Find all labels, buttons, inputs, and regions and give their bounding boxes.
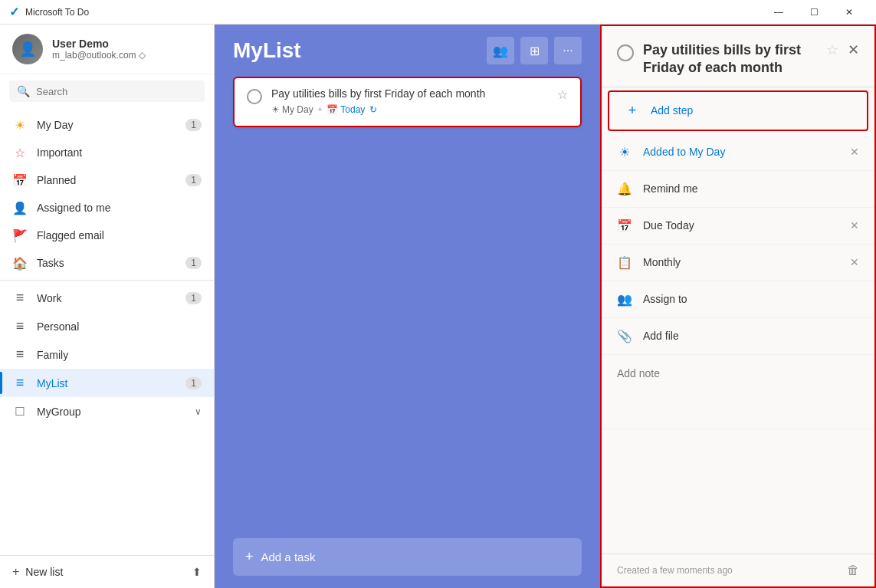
flagged-icon: 🚩: [12, 228, 28, 243]
task-list: Pay utilities bills by first Friday of e…: [215, 77, 600, 526]
sidebar-item-myday-label: My Day: [37, 119, 176, 131]
added-myday-action[interactable]: ☀ Added to My Day ✕: [602, 134, 874, 171]
due-today-label: Due Today: [643, 219, 839, 232]
sidebar-item-mylist-badge: 1: [185, 377, 202, 389]
myday-icon: ☀: [12, 118, 28, 133]
detail-task-checkbox[interactable]: [617, 44, 634, 61]
due-today-remove-button[interactable]: ✕: [850, 219, 859, 232]
add-file-action[interactable]: 📎 Add file: [602, 318, 874, 355]
search-box[interactable]: 🔍: [9, 80, 205, 102]
detail-actions: + Add step ☀ Added to My Day ✕ 🔔 Remind …: [602, 87, 874, 554]
main-content: MyList 👥 ⊞ ··· Pay utilities bills by fi…: [215, 25, 600, 588]
remind-me-label: Remind me: [643, 182, 859, 195]
sidebar-item-myday-badge: 1: [185, 119, 202, 131]
titlebar: ✓ Microsoft To Do — ☐ ✕: [0, 0, 876, 25]
task-star-icon[interactable]: ☆: [557, 87, 568, 102]
added-myday-label: Added to My Day: [643, 146, 839, 158]
detail-star-icon[interactable]: ☆: [826, 41, 838, 58]
new-list-icon: +: [12, 565, 19, 579]
main-toolbar: 👥 ⊞ ···: [487, 37, 582, 64]
delete-task-button[interactable]: 🗑: [847, 563, 859, 577]
add-task-icon: +: [245, 549, 254, 565]
task-checkbox[interactable]: [247, 89, 262, 104]
due-today-action[interactable]: 📅 Due Today ✕: [602, 208, 874, 245]
created-text: Created a few moments ago: [617, 565, 733, 576]
task-title: Pay utilities bills by first Friday of e…: [271, 87, 548, 100]
add-step-icon: +: [625, 103, 640, 119]
add-file-icon: 📎: [617, 329, 632, 343]
monthly-icon: 📋: [617, 255, 632, 270]
sidebar-item-mygroup-label: MyGroup: [37, 406, 185, 418]
avatar: 👤: [12, 34, 43, 64]
nav-divider: [0, 280, 214, 281]
maximize-button[interactable]: ☐: [796, 0, 832, 25]
dot-separator: •: [318, 103, 323, 117]
myday-meta: ☀ My Day: [271, 104, 313, 115]
monthly-remove-button[interactable]: ✕: [850, 256, 859, 268]
tasks-icon: 🏠: [12, 256, 28, 271]
active-indicator: [0, 372, 2, 394]
sidebar-item-work-label: Work: [37, 292, 176, 304]
added-myday-remove-button[interactable]: ✕: [850, 146, 859, 158]
sidebar-item-tasks[interactable]: 🏠 Tasks 1: [0, 249, 214, 277]
detail-close-button[interactable]: ✕: [848, 41, 859, 58]
new-list-label: New list: [25, 566, 63, 578]
important-icon: ☆: [12, 146, 28, 160]
sidebar-item-mylist-label: MyList: [37, 377, 176, 389]
sidebar: 👤 User Demo m_lab@outlook.com ◇ 🔍 ☀ My D…: [0, 25, 215, 588]
monthly-action[interactable]: 📋 Monthly ✕: [602, 245, 874, 281]
app-logo-icon: ✓: [9, 5, 19, 19]
table-row[interactable]: Pay utilities bills by first Friday of e…: [233, 77, 582, 127]
due-today-icon: 📅: [617, 218, 632, 233]
sidebar-item-flagged[interactable]: 🚩 Flagged email: [0, 222, 214, 249]
mygroup-chevron-icon: ∨: [195, 406, 202, 417]
task-meta: ☀ My Day • 📅 Today ↻: [271, 103, 548, 117]
sidebar-item-mygroup[interactable]: □ MyGroup ∨: [0, 397, 214, 425]
main-header: MyList 👥 ⊞ ···: [215, 25, 600, 77]
add-task-button[interactable]: + Add a task: [233, 538, 582, 576]
main-footer: + Add a task: [215, 526, 600, 588]
sidebar-item-work[interactable]: ≡ Work 1: [0, 284, 214, 312]
assign-to-label: Assign to: [643, 293, 859, 305]
app-title: Microsoft To Do: [25, 7, 89, 18]
nav-list: ☀ My Day 1 ☆ Important 📅 Planned 1 👤 Ass…: [0, 108, 214, 555]
today-meta: 📅 Today: [326, 104, 365, 115]
monthly-label: Monthly: [643, 256, 839, 268]
titlebar-controls: — ☐ ✕: [761, 0, 867, 25]
detail-panel: Pay utilities bills by first Friday of e…: [600, 25, 876, 588]
assign-to-icon: 👥: [617, 292, 632, 307]
list-title: MyList: [233, 38, 301, 63]
sidebar-item-personal[interactable]: ≡ Personal: [0, 312, 214, 340]
add-note-input[interactable]: [617, 367, 859, 413]
assign-to-action[interactable]: 👥 Assign to: [602, 281, 874, 318]
user-name: User Demo: [52, 38, 146, 50]
planned-icon: 📅: [12, 173, 28, 188]
new-list-button[interactable]: + New list ⬆: [0, 555, 214, 588]
add-step-action[interactable]: + Add step: [608, 90, 868, 131]
personal-list-icon: ≡: [12, 318, 28, 334]
sidebar-item-important-label: Important: [37, 146, 202, 159]
close-button[interactable]: ✕: [832, 0, 867, 25]
minimize-button[interactable]: —: [761, 0, 796, 25]
sidebar-item-planned[interactable]: 📅 Planned 1: [0, 166, 214, 194]
sidebar-item-assigned[interactable]: 👤 Assigned to me: [0, 194, 214, 222]
added-myday-icon: ☀: [617, 145, 632, 159]
more-options-button[interactable]: ···: [554, 37, 582, 64]
myday-meta-icon: ☀: [271, 104, 280, 115]
detail-header: Pay utilities bills by first Friday of e…: [602, 26, 874, 87]
sidebar-item-planned-label: Planned: [37, 174, 176, 186]
sidebar-item-myday[interactable]: ☀ My Day 1: [0, 111, 214, 139]
sidebar-header: 👤 User Demo m_lab@outlook.com ◇: [0, 25, 214, 74]
share-button[interactable]: 👥: [487, 37, 514, 64]
sidebar-item-personal-label: Personal: [37, 320, 202, 333]
remind-me-action[interactable]: 🔔 Remind me: [602, 171, 874, 208]
sidebar-item-tasks-label: Tasks: [37, 257, 176, 269]
search-input[interactable]: [36, 86, 197, 97]
sidebar-item-family[interactable]: ≡ Family: [0, 340, 214, 369]
sidebar-item-mylist[interactable]: ≡ MyList 1: [0, 369, 214, 397]
share-list-icon: ⬆: [192, 566, 202, 578]
family-list-icon: ≡: [12, 347, 28, 363]
grid-button[interactable]: ⊞: [520, 37, 548, 64]
add-step-label: Add step: [651, 104, 851, 117]
sidebar-item-important[interactable]: ☆ Important: [0, 139, 214, 166]
